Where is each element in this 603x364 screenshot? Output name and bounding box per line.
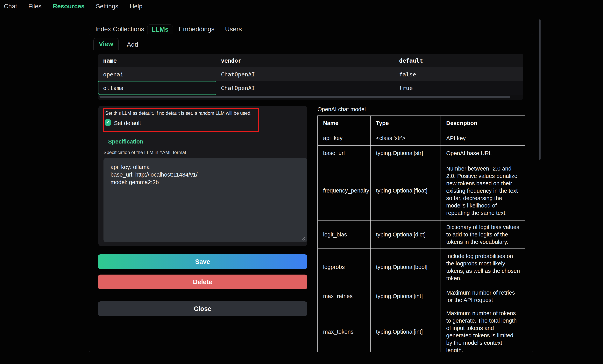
nav-item-settings[interactable]: Settings xyxy=(96,3,118,10)
app-window: Chat Files Resources Settings Help Index… xyxy=(0,0,603,364)
nav-item-help[interactable]: Help xyxy=(129,3,142,10)
nav-item-files[interactable]: Files xyxy=(28,3,42,10)
tab-llms[interactable]: LLMs xyxy=(147,24,173,34)
subtab-add[interactable]: Add xyxy=(127,41,138,48)
tab-embeddings[interactable]: Embeddings xyxy=(179,25,214,33)
page-vertical-scrollbar[interactable] xyxy=(539,19,541,160)
nav-item-chat[interactable]: Chat xyxy=(4,3,17,10)
subtab-view-label: View xyxy=(99,40,113,47)
tab-users[interactable]: Users xyxy=(225,25,242,33)
tab-llms-label: LLMs xyxy=(152,26,168,33)
tab-index-collections[interactable]: Index Collections xyxy=(95,25,144,33)
llms-panel xyxy=(89,34,533,352)
nav-item-resources[interactable]: Resources xyxy=(53,3,85,10)
subtab-underline xyxy=(93,50,529,50)
subtab-view[interactable]: View xyxy=(93,38,119,50)
top-navigation: Chat Files Resources Settings Help xyxy=(4,3,142,10)
